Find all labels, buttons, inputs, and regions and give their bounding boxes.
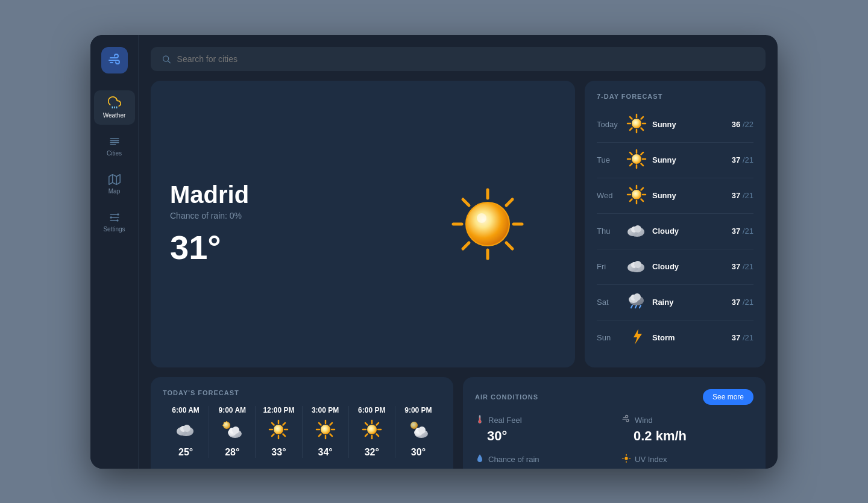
svg-point-15 <box>116 219 118 221</box>
svg-point-122 <box>624 457 627 460</box>
svg-line-93 <box>283 423 286 425</box>
day-condition: Sunny <box>652 120 727 129</box>
svg-line-32 <box>630 117 632 119</box>
day-condition: Storm <box>652 333 727 342</box>
svg-line-23 <box>506 243 512 249</box>
seven-day-rows: Today Sunny 36 /22 Tue Sunny 37 /21 Wed … <box>597 107 753 355</box>
forecast-weather-icon <box>175 419 196 442</box>
settings-icon <box>108 211 121 223</box>
day-weather-icon <box>626 149 647 172</box>
svg-line-111 <box>376 423 379 425</box>
svg-point-112 <box>367 425 377 434</box>
svg-point-117 <box>418 426 426 434</box>
thermometer-icon <box>475 414 485 426</box>
sidebar-item-cities[interactable]: Cities <box>94 130 135 163</box>
svg-line-101 <box>319 434 321 436</box>
forecast-weather-icon <box>408 419 429 442</box>
svg-line-34 <box>630 128 632 130</box>
day-name: Sun <box>597 333 621 342</box>
forecast-weather-icon <box>362 419 382 442</box>
svg-point-13 <box>110 216 112 218</box>
day-row: Wed Sunny 37 /21 <box>597 178 753 214</box>
forecast-hour-item: 6:00 AM 25° <box>163 406 209 458</box>
seven-day-title: 7-DAY FORECAST <box>597 93 753 100</box>
day-weather-icon <box>626 113 647 136</box>
search-input[interactable] <box>177 54 755 64</box>
app-container: Weather Cities Map <box>90 35 778 469</box>
forecast-weather-icon <box>315 419 336 442</box>
forecast-time: 3:00 PM <box>312 406 339 414</box>
svg-point-94 <box>274 425 283 434</box>
day-condition: Cloudy <box>652 262 727 271</box>
svg-line-51 <box>641 199 644 201</box>
svg-point-59 <box>634 225 641 233</box>
svg-point-36 <box>632 119 641 128</box>
day-temps: 37 /21 <box>732 262 753 271</box>
day-temps: 37 /21 <box>732 191 753 200</box>
air-item-value: 0.2 km/h <box>621 428 753 444</box>
svg-point-103 <box>321 425 330 434</box>
svg-point-121 <box>479 420 481 423</box>
search-icon <box>162 54 171 64</box>
sidebar-item-weather[interactable]: Weather <box>94 90 135 125</box>
air-item-wind: Wind 0.2 km/h <box>621 414 753 444</box>
svg-line-108 <box>365 423 368 425</box>
day-condition: Rainy <box>652 298 727 307</box>
sun-icon <box>448 185 527 263</box>
svg-point-45 <box>632 154 641 164</box>
day-temps: 37 /21 <box>732 298 753 307</box>
forecast-temp: 30° <box>411 447 426 458</box>
air-header: AIR CONDITIONS See more <box>475 389 753 405</box>
list-icon <box>108 136 121 148</box>
svg-line-35 <box>641 117 644 119</box>
air-item-label: Chance of rain <box>475 454 607 465</box>
map-icon <box>108 173 121 186</box>
svg-point-68 <box>634 293 641 301</box>
hero-rain: Chance of rain: 0% <box>170 211 249 220</box>
svg-line-100 <box>330 434 332 436</box>
svg-point-77 <box>183 425 190 432</box>
forecast-weather-icon <box>268 419 289 442</box>
uv-icon <box>621 454 631 465</box>
svg-line-44 <box>641 152 644 155</box>
svg-line-110 <box>365 434 368 436</box>
svg-line-69 <box>631 305 632 308</box>
day-row: Tue Sunny 37 /21 <box>597 143 753 178</box>
day-condition: Sunny <box>652 191 727 200</box>
air-item-label: Wind <box>621 414 753 426</box>
svg-line-102 <box>330 423 332 425</box>
svg-line-109 <box>376 434 379 436</box>
svg-line-42 <box>641 163 644 166</box>
see-more-button[interactable]: See more <box>703 389 753 405</box>
forecast-temp: 33° <box>271 447 286 458</box>
forecast-temp: 32° <box>365 447 379 458</box>
day-condition: Sunny <box>652 155 727 164</box>
sidebar-item-weather-label: Weather <box>103 112 126 119</box>
hero-info: Madrid Chance of rain: 0% 31° <box>170 181 249 267</box>
day-name: Wed <box>597 191 621 200</box>
svg-marker-72 <box>634 329 642 345</box>
air-item-uv-index: UV Index 3 <box>621 454 753 469</box>
sidebar-item-settings[interactable]: Settings <box>94 205 135 239</box>
forecast-time: 6:00 PM <box>358 406 385 414</box>
seven-day-panel: 7-DAY FORECAST Today Sunny 36 /22 Tue Su… <box>585 81 766 367</box>
day-row: Sat Rainy 37 /21 <box>597 285 753 320</box>
day-name: Sat <box>597 298 621 307</box>
sun-container <box>448 185 527 263</box>
svg-line-24 <box>463 243 469 249</box>
sidebar-item-map[interactable]: Map <box>94 167 135 201</box>
wind-logo-icon <box>107 53 122 67</box>
cloud-rain-icon <box>108 96 121 110</box>
svg-line-25 <box>506 199 512 205</box>
forecast-time: 12:00 PM <box>263 406 294 414</box>
forecast-hour-item: 9:00 PM 30° <box>395 406 441 458</box>
svg-point-113 <box>410 422 418 429</box>
air-item-label: Real Feel <box>475 414 607 426</box>
day-weather-icon <box>626 326 647 349</box>
day-name: Thu <box>597 227 621 236</box>
svg-line-52 <box>630 199 632 201</box>
day-name: Fri <box>597 262 621 271</box>
day-row: Fri Cloudy 37 /21 <box>597 249 753 285</box>
svg-line-70 <box>635 305 637 308</box>
air-conditions-card: AIR CONDITIONS See more Real Feel 30° Wi… <box>463 377 766 469</box>
